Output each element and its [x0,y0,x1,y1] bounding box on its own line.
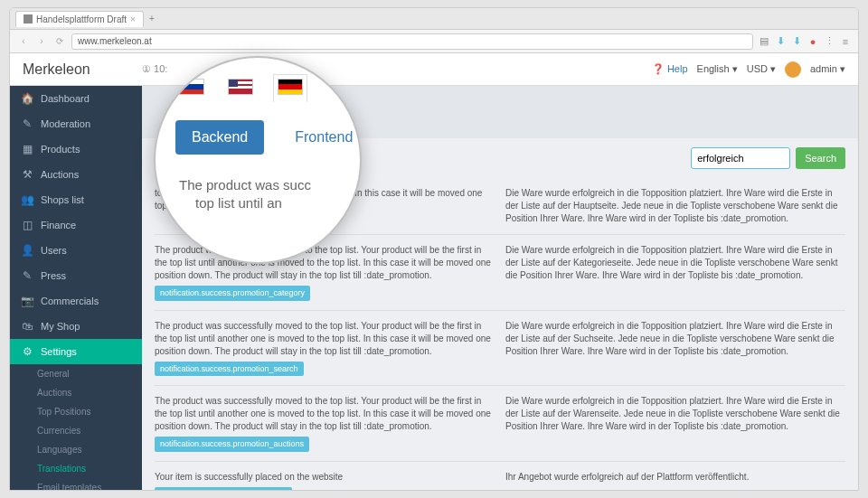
sidebar-item-label: Products [41,144,80,155]
sidebar-item-label: Commercials [41,296,99,306]
sidebar-item-auctions[interactable]: ⚒Auctions [10,162,142,187]
source-text[interactable]: Your item is successfully placed on the … [155,471,495,490]
browser-tab-bar: Handelsplattform Draft × + [10,8,858,30]
currency-dropdown[interactable]: USD ▾ [747,63,776,75]
source-text[interactable]: The product was successfully moved to th… [155,395,495,452]
preview-text: The product was succ top list until an [175,176,340,211]
url-input[interactable]: www.merkeleon.at [71,33,753,50]
ext-icon[interactable]: ⬇ [791,36,802,47]
tab-close-icon[interactable]: × [130,14,136,24]
sidebar-item-moderation[interactable]: ✎Moderation [10,111,142,136]
user-dropdown[interactable]: admin ▾ [810,63,845,75]
brand-logo[interactable]: Merkeleon [23,61,142,78]
moderation-icon: ✎ [21,117,33,130]
favicon-icon [24,14,33,23]
table-row: Your item is successfully placed on the … [155,462,845,490]
scope-tabs: Backend Frontend [175,120,340,155]
source-text[interactable]: The product was successfully moved to th… [155,244,495,301]
sidebar-sub-auctions[interactable]: Auctions [10,383,142,402]
target-text[interactable]: Die Ware wurde erfolgreich in die Toppos… [505,395,845,452]
sidebar-item-products[interactable]: ▦Products [10,136,142,162]
translation-key-tag: notification.success.promotion_auctions [155,437,309,452]
sidebar-sub-general[interactable]: General [10,364,142,383]
source-text[interactable]: The product was successfully moved to th… [155,320,495,377]
sidebar-item-shops[interactable]: 👥Shops list [10,187,142,212]
target-text[interactable]: Die Ware wurde erfolgreich in die Toppos… [505,244,845,301]
sidebar-item-label: Settings [41,346,77,357]
language-dropdown[interactable]: English ▾ [697,63,738,75]
tab-title: Handelsplattform Draft [36,14,127,24]
germany-flag-icon [278,79,303,95]
products-icon: ▦ [21,143,33,155]
translation-key-tag: notification.success.auction_create [155,487,292,490]
sidebar-item-finance[interactable]: ◫Finance [10,212,142,238]
sidebar-item-dashboard[interactable]: 🏠Dashboard [10,86,142,111]
language-flags [175,74,340,102]
help-link[interactable]: ❓ Help [652,63,688,75]
avatar[interactable] [785,61,801,78]
dashboard-icon: 🏠 [21,92,33,105]
search-button[interactable]: Search [796,147,845,169]
myshop-icon: 🛍 [21,320,33,333]
sidebar: 🏠Dashboard ✎Moderation ▦Products ⚒Auctio… [10,86,142,490]
browser-address-bar: ‹ › ⟳ www.merkeleon.at ▤ ⬇ ⬇ ● ⋮ ≡ [10,30,858,53]
menu-icon[interactable]: ≡ [840,36,851,47]
sidebar-item-label: My Shop [41,321,80,332]
sidebar-item-label: Moderation [41,118,90,129]
table-row: The product was successfully moved to th… [155,311,845,387]
sidebar-sub-emailtemplates[interactable]: Email templates [10,478,142,490]
flag-de[interactable] [273,74,307,102]
press-icon: ✎ [21,269,33,282]
auctions-icon: ⚒ [21,168,33,181]
forward-icon[interactable]: › [35,35,48,48]
app-header: Merkeleon ① 10: ❓ Help English ▾ USD ▾ a… [10,53,858,86]
sidebar-item-label: Finance [41,220,76,230]
sidebar-item-commercials[interactable]: 📷Commercials [10,288,142,314]
sidebar-item-myshop[interactable]: 🛍My Shop [10,314,142,339]
browser-tab[interactable]: Handelsplattform Draft × [15,11,144,27]
search-input[interactable] [691,147,790,169]
tab-backend[interactable]: Backend [175,120,264,155]
ext-icon[interactable]: ● [807,36,818,47]
back-icon[interactable]: ‹ [17,35,30,48]
translation-key-tag: notification.success.promotion_search [155,362,304,377]
magnifier-overlay: Backend Frontend The product was succ to… [154,56,362,264]
sidebar-item-settings[interactable]: ⚙Settings [10,339,142,364]
url-text: www.merkeleon.at [78,36,152,46]
browser-window: Handelsplattform Draft × + ‹ › ⟳ www.mer… [9,7,859,491]
ext-icon[interactable]: ▤ [759,36,769,47]
sidebar-sub-translations[interactable]: Translations [10,459,142,478]
new-tab-button[interactable]: + [149,14,155,23]
browser-extensions: ▤ ⬇ ⬇ ● ⋮ ≡ [759,36,851,47]
sidebar-item-label: Press [41,270,66,281]
reload-icon[interactable]: ⟳ [53,35,66,48]
finance-icon: ◫ [21,219,33,231]
usa-flag-icon [228,79,253,95]
sidebar-item-label: Users [41,245,67,256]
sidebar-sub-languages[interactable]: Languages [10,440,142,459]
commercials-icon: 📷 [21,295,33,307]
target-text[interactable]: Die Ware wurde erfolgreich in die Toppos… [505,320,845,377]
sidebar-item-label: Dashboard [41,93,90,104]
sidebar-item-label: Auctions [41,169,79,180]
sidebar-sub-toppositions[interactable]: Top Positions [10,402,142,421]
header-right: ❓ Help English ▾ USD ▾ admin ▾ [652,61,845,78]
gear-icon: ⚙ [21,345,33,358]
sidebar-item-label: Shops list [41,194,84,205]
ext-icon[interactable]: ⬇ [775,36,786,47]
app-body: 🏠Dashboard ✎Moderation ▦Products ⚒Auctio… [10,86,858,490]
sidebar-sub-currencies[interactable]: Currencies [10,421,142,440]
app-root: Merkeleon ① 10: ❓ Help English ▾ USD ▾ a… [10,53,858,490]
shops-icon: 👥 [21,193,33,206]
ext-icon[interactable]: ⋮ [824,36,835,47]
target-text[interactable]: Die Ware wurde erfolgreich in die Toppos… [505,187,845,225]
sidebar-item-press[interactable]: ✎Press [10,263,142,288]
target-text[interactable]: Ihr Angebot wurde erfolgreich auf der Pl… [505,471,845,490]
sidebar-item-users[interactable]: 👤Users [10,238,142,263]
users-icon: 👤 [21,244,33,257]
translation-key-tag: notification.success.promotion_category [155,286,310,301]
table-row: The product was successfully moved to th… [155,386,845,462]
flag-us[interactable] [224,75,257,102]
tab-frontend[interactable]: Frontend [278,120,362,155]
